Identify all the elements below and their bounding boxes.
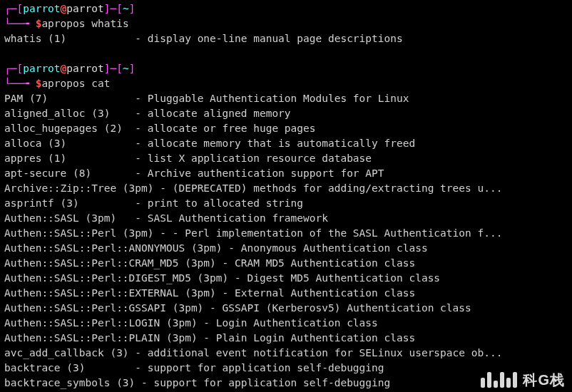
- entry-name-2: alloc_hugepages (2): [4, 123, 135, 134]
- entry-desc-16: - Plain Login Authentication class: [203, 332, 415, 344]
- entry-name-14: Authen::SASL::Perl::GSSAPI (3pm): [4, 302, 210, 314]
- result-row: Archive::Zip::Tree (3pm) - (DEPRECATED) …: [4, 181, 568, 196]
- entry-name-3: alloca (3): [4, 138, 135, 149]
- entry-name-19: backtrace_symbols (3): [4, 377, 141, 388]
- entry-desc-3: - allocate memory that is automatically …: [135, 138, 415, 149]
- command-apropos-whatis[interactable]: apropos whatis: [41, 18, 128, 29]
- result-row: Authen::SASL::Perl::CRAM_MD5 (3pm) - CRA…: [4, 256, 568, 271]
- result-row: aligned_alloc (3) - allocate aligned mem…: [4, 106, 568, 121]
- entry-name-0: PAM (7): [4, 93, 135, 104]
- result-row: Authen::SASL::Perl::EXTERNAL (3pm) - Ext…: [4, 286, 568, 301]
- entry-name-6: Archive::Zip::Tree (3pm): [4, 182, 160, 194]
- entry-name-10: Authen::SASL::Perl::ANONYMOUS (3pm): [4, 242, 228, 254]
- entry-name-17: avc_add_callback (3): [4, 347, 135, 359]
- entry-desc-a: - display one-line manual page descripti…: [135, 33, 402, 44]
- entry-desc-0: - Pluggable Authentication Modules for L…: [135, 93, 409, 104]
- bilibili-icon: [481, 372, 517, 388]
- entry-desc-5: - Archive authentication support for APT: [135, 167, 384, 179]
- prompt-line-2: └──╼ $apropos whatis: [4, 16, 568, 31]
- entry-desc-14: - GSSAPI (Kerberosv5) Authentication cla…: [210, 302, 471, 314]
- result-row: Authen::SASL::Perl (3pm) - - Perl implem…: [4, 226, 568, 241]
- entry-desc-19: - support for application self-debugging: [141, 377, 390, 388]
- result-row: asprintf (3) - print to allocated string: [4, 196, 568, 211]
- entry-name-7: asprintf (3): [4, 197, 135, 209]
- entry-desc-2: - allocate or free huge pages: [135, 123, 315, 134]
- result-row: appres (1) - list X application resource…: [4, 151, 568, 166]
- entry-name-13: Authen::SASL::Perl::EXTERNAL (3pm): [4, 287, 223, 299]
- entry-desc-15: - Login Authentication class: [203, 317, 377, 329]
- entry-desc-8: - SASL Authentication framework: [135, 212, 328, 224]
- entry-name-12: Authen::SASL::Perl::DIGEST_MD5 (3pm): [4, 272, 235, 284]
- entry-name-8: Authen::SASL (3pm): [4, 212, 135, 224]
- entry-desc-1: - allocate aligned memory: [135, 108, 290, 119]
- entry-desc-18: - support for application self-debugging: [135, 362, 384, 373]
- result-row: alloc_hugepages (2) - allocate or free h…: [4, 121, 568, 136]
- entry-desc-9: - - Perl implementation of the SASL Auth…: [160, 227, 502, 239]
- watermark: 科G栈: [481, 372, 565, 388]
- entry-desc-13: - External Authentication class: [223, 287, 416, 299]
- prompt-line-1: ┌─[parrot@parrot]─[~]: [4, 1, 568, 16]
- result-row: alloca (3) - allocate memory that is aut…: [4, 136, 568, 151]
- prompt-line-2: └──╼ $apropos cat: [4, 76, 568, 91]
- entry-name-11: Authen::SASL::Perl::CRAM_MD5 (3pm): [4, 257, 223, 269]
- blank: [4, 46, 568, 61]
- result-row: Authen::SASL::Perl::GSSAPI (3pm) - GSSAP…: [4, 301, 568, 316]
- entry-name-4: appres (1): [4, 153, 135, 164]
- entry-name-15: Authen::SASL::Perl::LOGIN (3pm): [4, 317, 203, 329]
- entry-desc-12: - Digest MD5 Authentication class: [235, 272, 440, 284]
- result-row: Authen::SASL::Perl::DIGEST_MD5 (3pm) - D…: [4, 271, 568, 286]
- entry-name-9: Authen::SASL::Perl (3pm): [4, 227, 160, 239]
- entry-name-5: apt-secure (8): [4, 167, 135, 179]
- command-apropos-cat[interactable]: apropos cat: [41, 78, 110, 89]
- entry-name-16: Authen::SASL::Perl::PLAIN (3pm): [4, 332, 203, 344]
- entry-desc-10: - Anonymous Authentication class: [228, 242, 427, 254]
- entry-name-18: backtrace (3): [4, 362, 135, 373]
- result-row: Authen::SASL::Perl::PLAIN (3pm) - Plain …: [4, 331, 568, 346]
- result-row: Authen::SASL::Perl::ANONYMOUS (3pm) - An…: [4, 241, 568, 256]
- result-row: PAM (7) - Pluggable Authentication Modul…: [4, 91, 568, 106]
- result-row: whatis (1) - display one-line manual pag…: [4, 31, 568, 46]
- entry-desc-4: - list X application resource database: [135, 153, 372, 164]
- terminal-output[interactable]: ┌─[parrot@parrot]─[~]└──╼ $apropos whati…: [4, 1, 568, 391]
- result-row: Authen::SASL (3pm) - SASL Authentication…: [4, 211, 568, 226]
- entry-desc-6: - (DEPRECATED) methods for adding/extrac…: [160, 182, 502, 194]
- result-row: apt-secure (8) - Archive authentication …: [4, 166, 568, 181]
- entry-desc-17: - additional event notification for SELi…: [135, 347, 502, 359]
- entry-name-a: whatis (1): [4, 33, 135, 44]
- watermark-text: 科G栈: [523, 373, 565, 388]
- result-row: avc_add_callback (3) - additional event …: [4, 346, 568, 361]
- entry-name-1: aligned_alloc (3): [4, 108, 135, 119]
- entry-desc-7: - print to allocated string: [135, 197, 303, 209]
- entry-desc-11: - CRAM MD5 Authentication class: [223, 257, 416, 269]
- prompt-line-1: ┌─[parrot@parrot]─[~]: [4, 61, 568, 76]
- result-row: Authen::SASL::Perl::LOGIN (3pm) - Login …: [4, 316, 568, 331]
